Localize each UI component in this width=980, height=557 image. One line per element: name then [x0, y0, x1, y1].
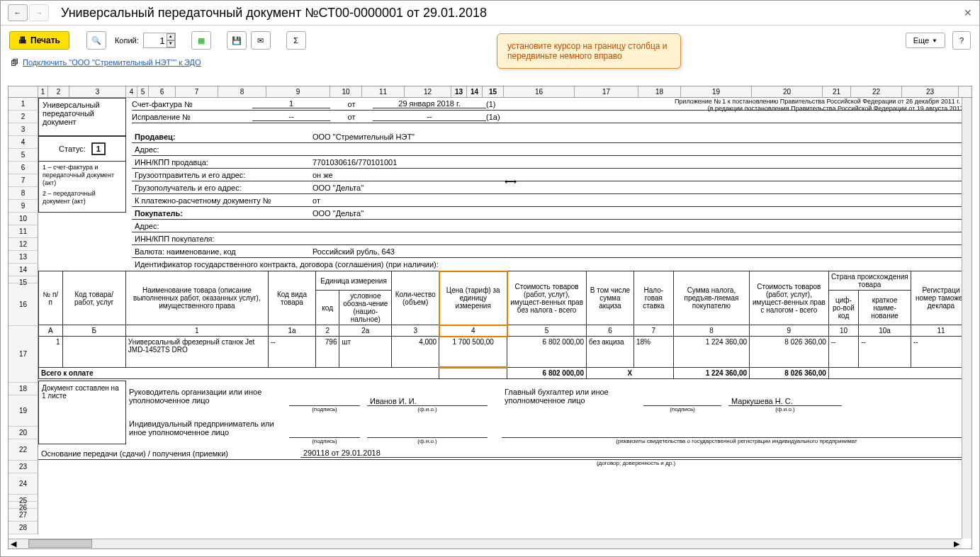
- save-button[interactable]: 💾: [227, 31, 247, 50]
- invoice-code: (1): [486, 100, 507, 108]
- invoice-date: 29 января 2018 г.: [373, 99, 486, 108]
- buyer-label: Покупатель:: [132, 209, 309, 218]
- acc-label: Главный бухгалтер или иное уполномоченно…: [502, 386, 643, 406]
- status-value: 1: [91, 142, 106, 155]
- currency-value: Российский рубль, 643: [309, 247, 971, 256]
- seller-label: Продавец:: [132, 133, 309, 141]
- edo-link[interactable]: Подключить "ООО "Стремительный НЭТ"" к Э…: [23, 58, 201, 67]
- resize-cursor-icon: ⟷: [505, 176, 517, 186]
- base-label: Основание передачи (сдачи) / получения (…: [38, 449, 300, 458]
- currency-label: Валюта: наименование, код: [132, 247, 309, 256]
- buyer-value: ООО "Дельта": [309, 209, 971, 218]
- gov-note-2: (в редакции постановления Правительства …: [675, 105, 969, 112]
- buyer-inn-label: ИНН/КПП покупателя:: [132, 235, 309, 243]
- totals-row: Всего к оплате 6 802 000,00 X 1 224 360,…: [39, 368, 971, 379]
- print-button[interactable]: 🖶 Печать: [9, 31, 69, 50]
- row-numbers[interactable]: 123 456 789 101112 131415 1617 1819 20 2…: [9, 98, 38, 534]
- contract-id-label: Идентификатор государственного контракта…: [132, 260, 439, 269]
- sum-button[interactable]: Σ: [286, 31, 306, 50]
- status-label: Статус:: [59, 145, 86, 153]
- paydoc-label: К платежно-расчетному документу №: [132, 196, 309, 205]
- grid-button[interactable]: ▦: [191, 31, 211, 50]
- acc-fio: Маркушева Н. С.: [728, 397, 842, 406]
- correction-label: Исправление №: [132, 113, 252, 121]
- more-button[interactable]: Еще▼: [906, 33, 945, 48]
- spreadsheet-area[interactable]: 1 2 3 4 5 6 7 8 9 10 11 12 13 14 15 16 1…: [8, 86, 972, 549]
- status-legend-1: 1 – счет-фактура и передаточный документ…: [43, 164, 122, 187]
- nav-back-button[interactable]: ←: [8, 4, 28, 21]
- head-fio: Иванов И. И.: [367, 397, 488, 406]
- help-button[interactable]: ?: [952, 31, 971, 50]
- correction-num: --: [252, 112, 330, 121]
- ip-label: Индивидуальный предприниматель или иное …: [126, 418, 289, 438]
- printer-icon: 🖶: [18, 35, 27, 45]
- receiver-value: ООО "Дельта": [309, 184, 971, 192]
- base-sub: (договор; доверенность и др.): [300, 460, 971, 466]
- edo-icon: 🗐: [11, 58, 18, 67]
- status-legend-2: 2 – передаточный документ (акт): [43, 190, 122, 206]
- preview-button[interactable]: 🔍: [86, 31, 106, 50]
- copies-spinner[interactable]: ▲▼: [167, 33, 175, 47]
- buyer-addr-label: Адрес:: [132, 222, 309, 230]
- correction-date: --: [373, 112, 486, 121]
- doc-type-line1: Универсальный: [43, 101, 122, 109]
- inn-value: 7701030616/770101001: [309, 158, 971, 167]
- seller-value: ООО "Стремительный НЭТ": [309, 133, 971, 141]
- items-table: № п/п Код товара/ работ, услуг Наименова…: [38, 271, 971, 379]
- column-ruler[interactable]: 1 2 3 4 5 6 7 8 9 10 11 12 13 14 15 16 1…: [9, 86, 971, 98]
- addr-label: Адрес:: [132, 145, 309, 154]
- gov-note-1: Приложение № 1 к постановлению Правитель…: [675, 98, 969, 105]
- horizontal-scrollbar[interactable]: ◀▶: [9, 539, 962, 548]
- invoice-from: от: [330, 100, 373, 108]
- base-value: 290118 от 29.01.2018: [300, 449, 971, 458]
- head-label: Руководитель организации или иное уполно…: [126, 386, 289, 406]
- invoice-num-label: Счет-фактура №: [132, 100, 252, 108]
- receiver-label: Грузополучатель и его адрес:: [132, 184, 309, 192]
- paydoc-value: от: [309, 196, 971, 205]
- vertical-scrollbar[interactable]: [962, 86, 971, 539]
- nav-forward-button[interactable]: →: [29, 4, 49, 21]
- hint-callout: установите курсор на границу столбца и п…: [497, 33, 681, 69]
- doc-pages: Документ составлен на 1 листе: [38, 381, 126, 444]
- invoice-num: 1: [252, 99, 330, 108]
- doc-type-line2: передаточный: [43, 109, 122, 118]
- inn-label: ИНН/КПП продавца:: [132, 158, 309, 167]
- window-title: Универсальный передаточный документ №СТ0…: [61, 6, 964, 21]
- close-icon[interactable]: ✕: [964, 7, 972, 18]
- price-cell-highlighted: 1 700 500,00: [439, 337, 507, 368]
- copies-label: Копий:: [115, 36, 139, 45]
- email-button[interactable]: ✉: [251, 31, 271, 50]
- rekv-note: (реквизиты свидетельства о государственн…: [502, 438, 971, 444]
- shipper-value: он же: [309, 171, 971, 179]
- shipper-label: Грузоотправитель и его адрес:: [132, 171, 309, 179]
- correction-code: (1а): [486, 113, 507, 121]
- doc-type-line3: документ: [43, 118, 122, 126]
- table-row[interactable]: 1 Универсальный фрезерный станок Jet JMD…: [39, 337, 971, 368]
